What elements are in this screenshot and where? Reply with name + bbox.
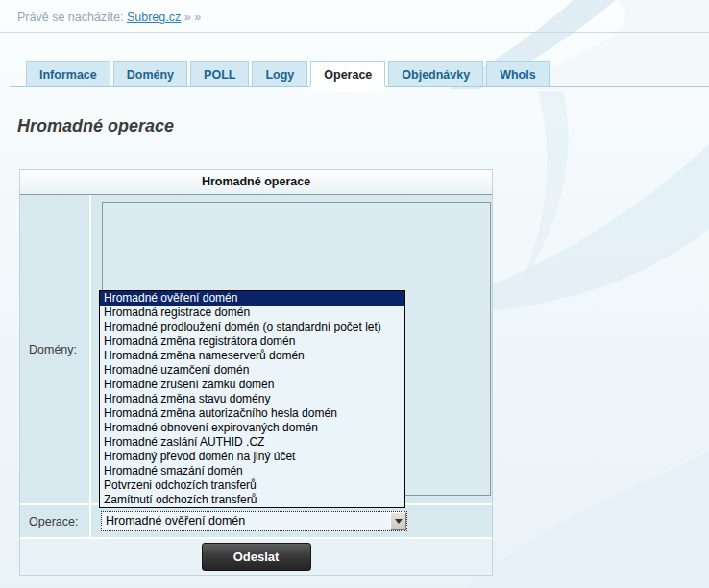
dropdown-arrow-icon [395,519,403,524]
dropdown-arrow-button[interactable] [390,512,406,530]
breadcrumb: Právě se nacházíte: Subreg.cz » » [0,0,709,33]
tab-objednavky[interactable]: Objednávky [388,61,483,86]
operation-label: Operace: [20,505,91,537]
operation-select[interactable]: Hromadné ověření domén [101,511,407,531]
operation-cell: Hromadné ověření domén [91,505,492,537]
breadcrumb-separators: » » [184,11,201,24]
dropdown-option[interactable]: Hromadné zaslání AUTHID .CZ [100,435,404,450]
dropdown-option[interactable]: Potvrzeni odchozích transferů [100,478,404,493]
dropdown-option[interactable]: Hromadná změna stavu domény [100,392,404,406]
tab-logy[interactable]: Logy [252,61,307,86]
tabs-row: InformaceDoményPOLLLogyOperaceObjednávky… [10,60,709,87]
dropdown-option[interactable]: Hromadná změna nameserverů domén [100,349,404,363]
tab-poll[interactable]: POLL [190,61,249,86]
page: Právě se nacházíte: Subreg.cz » » Inform… [0,0,709,588]
operation-row: Operace: Hromadné ověření domén [20,503,492,537]
submit-button[interactable]: Odeslat [202,543,311,571]
domains-label: Domény: [20,195,91,503]
operation-select-value: Hromadné ověření domén [102,512,390,530]
dropdown-option[interactable]: Hromadný převod domén na jiný účet [100,450,404,464]
breadcrumb-link-subreg[interactable]: Subreg.cz [127,11,181,24]
dropdown-option[interactable]: Zamítnutí odchozích transferů [100,493,404,507]
dropdown-option[interactable]: Hromadné smazání domén [100,464,404,478]
tab-informace[interactable]: Informace [26,61,110,86]
tab-whols[interactable]: Whols [486,61,550,86]
form-footer: Odeslat [20,537,492,575]
dropdown-option[interactable]: Hromadná změna registrátora domén [100,334,404,349]
breadcrumb-text: Právě se nacházíte: [17,11,123,24]
operation-dropdown-list: Hromadné ověření doménHromadná registrac… [99,290,405,508]
dropdown-option[interactable]: Hromadné uzamčení domén [100,363,404,378]
dropdown-option[interactable]: Hromadné zrušení zámku domén [100,378,404,392]
dropdown-option[interactable]: Hromadné ověření domén [100,291,404,306]
tab-domeny[interactable]: Domény [113,61,187,86]
dropdown-option[interactable]: Hromadné prodloužení domén (o standardní… [100,320,404,334]
dropdown-option[interactable]: Hromadné obnovení expirovaných domén [100,421,404,435]
dropdown-option[interactable]: Hromadná registrace domén [100,306,404,320]
form-header-title: Hromadné operace [20,170,492,195]
dropdown-option[interactable]: Hromadná změna autorizačního hesla domén [100,406,404,421]
page-title: Hromadné operace [17,116,174,136]
tab-operace[interactable]: Operace [310,61,385,86]
